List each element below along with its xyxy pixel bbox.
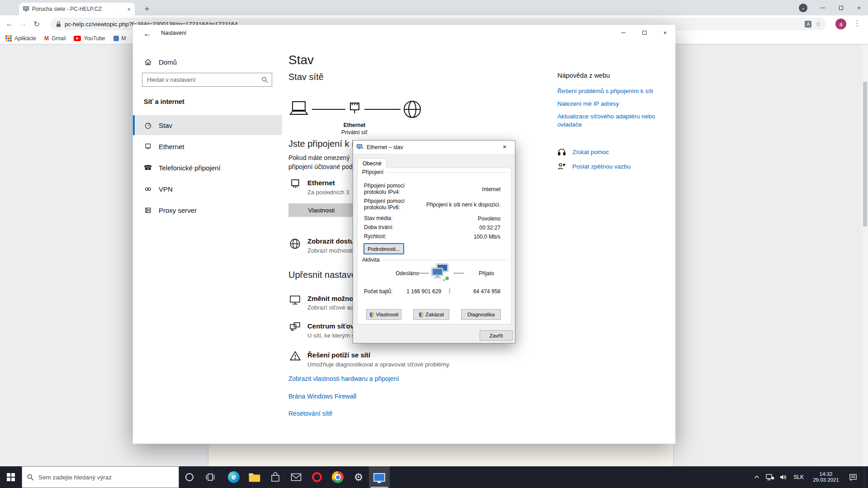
tab-general[interactable]: Obecné bbox=[358, 158, 387, 168]
available-networks-icon bbox=[289, 238, 301, 249]
clock-date: 29.03.2021 bbox=[810, 477, 842, 483]
link-network-reset[interactable]: Resetování sítě bbox=[288, 410, 332, 417]
file-explorer-icon bbox=[249, 472, 260, 482]
sidebar-item-label: Stav bbox=[159, 122, 172, 129]
home-icon bbox=[144, 58, 152, 66]
connected-text-line2: připojení účtované pod bbox=[288, 163, 353, 170]
ethernet-row-icon bbox=[289, 178, 301, 190]
browser-maximize-button[interactable] bbox=[832, 0, 850, 15]
tray-network-button[interactable] bbox=[765, 471, 774, 483]
dialog-close-icon[interactable]: × bbox=[495, 141, 514, 153]
taskbar-chrome-button[interactable] bbox=[327, 466, 348, 488]
bookmark-more[interactable]: M bbox=[113, 35, 126, 42]
help-link-find-ip[interactable]: Nalezení mé IP adresy bbox=[557, 100, 619, 108]
browser-scrollbar[interactable] bbox=[862, 45, 868, 466]
taskbar-store-button[interactable] bbox=[265, 466, 286, 488]
disable-button[interactable]: Zakázat bbox=[413, 309, 449, 320]
taskbar-opera-button[interactable] bbox=[307, 466, 327, 488]
bookmark-youtube[interactable]: YouTube bbox=[74, 35, 105, 42]
taskbar-active-window-button[interactable] bbox=[369, 466, 390, 488]
reload-icon[interactable]: ↻ bbox=[30, 17, 43, 31]
sidebar-item-label: VPN bbox=[159, 185, 173, 193]
lock-icon[interactable] bbox=[56, 21, 61, 27]
settings-search-input[interactable] bbox=[147, 76, 261, 83]
row-value: Povoleno bbox=[478, 216, 500, 222]
vpn-icon bbox=[144, 185, 152, 193]
task-view-icon bbox=[205, 472, 215, 482]
get-help-row[interactable]: Získat pomoc bbox=[557, 148, 609, 156]
details-button[interactable]: Podrobnosti... bbox=[363, 243, 404, 254]
forward-icon[interactable]: → bbox=[16, 17, 30, 31]
taskbar-file-explorer-button[interactable] bbox=[244, 466, 265, 488]
settings-minimize-button[interactable] bbox=[613, 25, 634, 40]
search-icon bbox=[27, 474, 34, 481]
phone-icon: ☎ bbox=[144, 164, 152, 172]
help-link-update-adapter[interactable]: Aktualizace síťového adaptéru nebo ovlad… bbox=[557, 113, 666, 129]
monitor-icon bbox=[373, 473, 385, 482]
mail-icon bbox=[291, 473, 302, 481]
bookmark-apps[interactable]: Aplikácie bbox=[5, 35, 36, 42]
taskbar-mail-button[interactable] bbox=[286, 466, 307, 488]
dialog-close-button[interactable]: Zavřít bbox=[480, 330, 513, 341]
sidebar-item-home[interactable]: Domů bbox=[133, 54, 282, 70]
dialog-ethernet-icon bbox=[357, 144, 363, 150]
tab-favicon-icon bbox=[23, 6, 29, 12]
cortana-button[interactable] bbox=[179, 466, 200, 488]
dialog-properties-button[interactable]: Vlastnosti bbox=[366, 309, 401, 320]
tray-volume-button[interactable] bbox=[778, 471, 788, 483]
show-desktop-button[interactable] bbox=[864, 466, 867, 488]
link-windows-firewall[interactable]: Brána Windows Firewall bbox=[288, 393, 356, 400]
settings-maximize-button[interactable] bbox=[634, 25, 655, 40]
taskbar-search-input[interactable] bbox=[38, 474, 174, 481]
desktop: Porucha siete - PC-HELP.CZ × + ⌄ × ← → ↻… bbox=[0, 0, 868, 488]
get-help-label: Získat pomoc bbox=[572, 149, 609, 155]
new-tab-button[interactable]: + bbox=[141, 3, 153, 15]
settings-search-box[interactable] bbox=[142, 73, 272, 87]
sidebar-section-label: Síť a internet bbox=[144, 98, 184, 105]
action-center-button[interactable] bbox=[846, 471, 860, 483]
sidebar-item-dialup[interactable]: ☎ Telefonické připojení bbox=[133, 158, 282, 178]
start-button[interactable] bbox=[0, 466, 22, 488]
back-icon[interactable]: ← bbox=[3, 17, 16, 31]
headset-icon bbox=[557, 148, 566, 156]
profile-avatar[interactable]: a bbox=[835, 19, 846, 29]
taskbar-settings-button[interactable]: ⚙ bbox=[348, 466, 369, 488]
row-label: Rychlost: bbox=[364, 233, 386, 239]
help-link-troubleshoot[interactable]: Řešení problémů s připojením k síti bbox=[557, 87, 653, 95]
bookmark-star-icon[interactable]: ☆ bbox=[815, 20, 821, 28]
sidebar-item-ethernet[interactable]: Ethernet bbox=[133, 136, 282, 156]
sidebar-item-label: Proxy server bbox=[159, 206, 197, 214]
sidebar-item-status[interactable]: Stav bbox=[133, 115, 282, 135]
browser-minimize-button[interactable] bbox=[814, 0, 832, 15]
feedback-row[interactable]: Poslat zpětnou vazbu bbox=[557, 162, 631, 171]
taskbar-search-box[interactable] bbox=[22, 466, 179, 488]
taskbar-edge-button[interactable]: e bbox=[223, 466, 244, 488]
proxy-icon bbox=[144, 206, 152, 214]
settings-help-panel: Nápověda z webu Řešení problémů s připoj… bbox=[557, 43, 670, 444]
browser-tab[interactable]: Porucha siete - PC-HELP.CZ × bbox=[19, 3, 135, 15]
language-indicator[interactable]: SLK bbox=[792, 474, 806, 480]
task-view-button[interactable] bbox=[200, 466, 221, 488]
browser-close-button[interactable]: × bbox=[850, 0, 868, 15]
row-value: Připojení k síti není k dispozici. bbox=[426, 202, 500, 208]
settings-close-button[interactable]: × bbox=[655, 25, 675, 40]
sharing-center-icon bbox=[289, 321, 301, 333]
apps-grid-icon bbox=[5, 35, 12, 42]
bookmark-gmail[interactable]: M Gmail bbox=[44, 35, 66, 42]
taskbar-clock[interactable]: 14:32 29.03.2021 bbox=[810, 471, 842, 483]
tab-close-icon[interactable]: × bbox=[127, 6, 131, 13]
tab-title: Porucha siete - PC-HELP.CZ bbox=[32, 6, 124, 12]
browser-update-icon[interactable]: ⌄ bbox=[799, 4, 807, 12]
browser-menu-icon[interactable]: ⋮ bbox=[854, 19, 861, 28]
gmail-icon: M bbox=[44, 35, 49, 42]
link-hardware-properties[interactable]: Zobrazit vlastnosti hardwaru a připojení bbox=[288, 375, 399, 382]
translate-icon[interactable]: A bbox=[805, 21, 811, 28]
sidebar-item-vpn[interactable]: VPN bbox=[133, 179, 282, 199]
settings-back-button[interactable]: ← bbox=[139, 28, 156, 40]
tray-expand-button[interactable] bbox=[752, 471, 761, 483]
ethernet-icon bbox=[144, 142, 152, 150]
sidebar-item-proxy[interactable]: Proxy server bbox=[133, 200, 282, 220]
diagnose-button[interactable]: Diagnostika bbox=[461, 309, 501, 320]
scrollbar-thumb[interactable] bbox=[863, 82, 867, 226]
properties-button[interactable]: Vlastnosti bbox=[288, 203, 354, 217]
